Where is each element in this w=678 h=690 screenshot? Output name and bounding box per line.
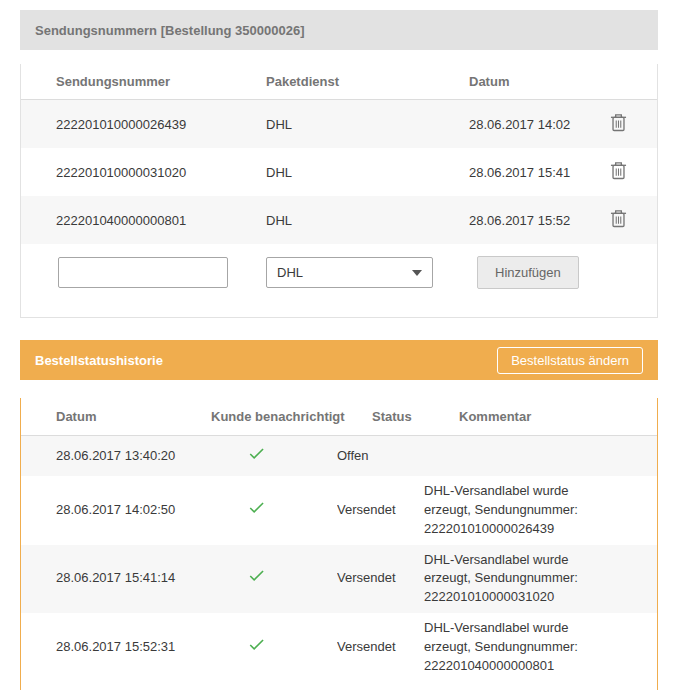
delete-shipment-button[interactable] [604, 111, 632, 137]
trash-icon [610, 209, 627, 231]
shipments-panel-title: Sendungsnummern [Bestellung 350000026] [35, 23, 304, 38]
status-value: Offen [337, 447, 424, 466]
table-row: 28.06.2017 14:02:50 Versendet DHL-Versan… [21, 476, 657, 545]
shipment-date: 28.06.2017 15:52 [469, 213, 604, 228]
shipment-number: 222201040000000801 [56, 213, 266, 228]
status-panel-body: Datum Kunde benachrichtigt Status Kommen… [20, 398, 658, 690]
status-history-panel: Bestellstatushistorie Bestellstatus ände… [20, 340, 658, 690]
customer-notified-cell [176, 498, 337, 523]
add-shipment-row: DHL Hinzufügen [58, 256, 657, 289]
shipments-table-header: Sendungsnummer Paketdienst Datum [21, 64, 657, 100]
status-comment: DHL-Versandlabel wurde erzeugt, Sendungn… [424, 551, 604, 608]
table-row: 28.06.2017 13:40:20 Offen [21, 436, 657, 476]
shipment-carrier: DHL [266, 117, 469, 132]
shipment-number: 222201010000031020 [56, 165, 266, 180]
shipment-date: 28.06.2017 14:02 [469, 117, 604, 132]
status-comment: DHL-Versandlabel wurde erzeugt, Sendungn… [424, 482, 604, 539]
customer-notified-cell [176, 444, 337, 469]
table-row: 222201040000000801 DHL 28.06.2017 15:52 [21, 196, 657, 244]
table-row: 28.06.2017 15:52:31 Versendet DHL-Versan… [21, 613, 657, 682]
check-icon [247, 642, 266, 657]
table-row: 28.06.2017 15:41:14 Versendet DHL-Versan… [21, 545, 657, 614]
check-icon [247, 451, 266, 466]
shipments-panel-body: Sendungsnummer Paketdienst Datum 2222010… [20, 64, 658, 318]
table-row: 222201010000026439 DHL 28.06.2017 14:02 [21, 100, 657, 148]
shipment-carrier: DHL [266, 213, 469, 228]
status-comment: DHL-Versandlabel wurde erzeugt, Sendungn… [424, 619, 604, 676]
shipment-number: 222201010000026439 [56, 117, 266, 132]
shipments-panel-header: Sendungsnummern [Bestellung 350000026] [20, 10, 658, 50]
check-icon [247, 505, 266, 520]
change-status-button[interactable]: Bestellstatus ändern [497, 347, 643, 374]
status-date: 28.06.2017 14:02:50 [56, 501, 176, 520]
status-date: 28.06.2017 13:40:20 [56, 447, 176, 466]
check-icon [247, 573, 266, 588]
col-header-kommentar: Kommentar [459, 409, 632, 424]
shipment-date: 28.06.2017 15:41 [469, 165, 604, 180]
delete-shipment-button[interactable] [604, 207, 632, 233]
trash-icon [610, 161, 627, 183]
trash-icon [610, 113, 627, 135]
col-header-datum: Datum [469, 74, 604, 89]
carrier-select-value: DHL [277, 265, 303, 280]
history-table-header: Datum Kunde benachrichtigt Status Kommen… [21, 398, 657, 436]
col-header-sendungsnummer: Sendungsnummer [56, 74, 266, 89]
status-value: Versendet [337, 569, 424, 588]
shipment-carrier: DHL [266, 165, 469, 180]
status-date: 28.06.2017 15:52:31 [56, 638, 176, 657]
customer-notified-cell [176, 566, 337, 591]
status-value: Versendet [337, 501, 424, 520]
shipment-number-input[interactable] [58, 257, 228, 288]
col-header-datum: Datum [56, 409, 211, 424]
status-panel-title: Bestellstatushistorie [35, 353, 163, 368]
status-panel-header: Bestellstatushistorie Bestellstatus ände… [20, 340, 658, 380]
add-shipment-button[interactable]: Hinzufügen [477, 256, 579, 289]
col-header-paketdienst: Paketdienst [266, 74, 469, 89]
customer-notified-cell [176, 635, 337, 660]
col-header-kunde-benachrichtigt: Kunde benachrichtigt [211, 409, 372, 424]
col-header-status: Status [372, 409, 459, 424]
status-date: 28.06.2017 15:41:14 [56, 569, 176, 588]
carrier-select[interactable]: DHL [266, 257, 433, 288]
table-row: 222201010000031020 DHL 28.06.2017 15:41 [21, 148, 657, 196]
shipments-panel: Sendungsnummern [Bestellung 350000026] S… [20, 10, 658, 318]
delete-shipment-button[interactable] [604, 159, 632, 185]
chevron-down-icon [412, 270, 422, 276]
status-value: Versendet [337, 638, 424, 657]
